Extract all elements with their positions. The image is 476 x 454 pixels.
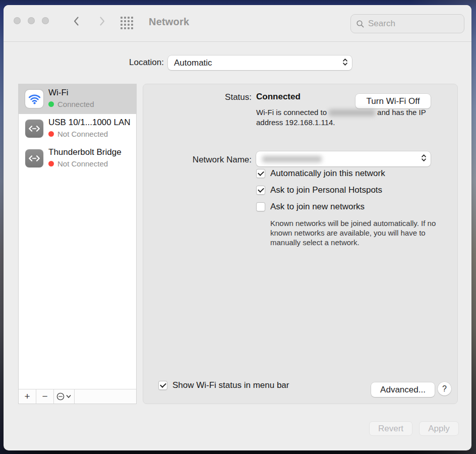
hotspot-checkbox-row: Ask to join Personal Hotspots [256,185,382,195]
service-action-menu-button[interactable] [54,389,75,404]
add-service-button[interactable]: + [19,389,36,404]
service-status: Not Connected [57,159,108,168]
help-button[interactable]: ? [438,382,451,395]
service-row-thunderbolt-bridge[interactable]: Thunderbolt Bridge Not Connected [19,144,136,174]
show-wifi-status-label: Show Wi-Fi status in menu bar [172,380,289,390]
hotspot-label: Ask to join Personal Hotspots [270,185,382,195]
chevron-up-down-icon [342,58,348,68]
known-networks-note: Known networks will be joined automatica… [270,218,451,247]
network-name-label: Network Name: [143,155,252,165]
auto-join-checkbox[interactable] [256,169,265,178]
close-window-button[interactable] [14,17,21,24]
location-popup-value: Automatic [168,58,212,68]
window-title: Network [149,16,189,28]
show-wifi-status-checkbox[interactable] [158,381,167,390]
status-value: Connected [256,92,301,102]
show-wifi-status-row: Show Wi-Fi status in menu bar [158,380,289,390]
forward-button[interactable] [96,16,107,27]
service-list-footer: + − [19,389,136,404]
chevron-right-icon [96,16,107,27]
minimize-window-button[interactable] [28,17,35,24]
status-description: Wi-Fi is connected toand has the IP addr… [256,107,427,127]
status-dot [48,101,54,107]
network-name-popup[interactable] [256,151,431,166]
service-name: Thunderbolt Bridge [48,147,122,157]
search-input[interactable] [368,19,454,29]
remove-service-button[interactable]: − [36,389,54,404]
network-name-blurred-value [262,156,322,162]
location-popup[interactable]: Automatic [168,55,352,70]
status-dot [48,161,54,166]
chevron-up-down-icon [421,154,427,164]
service-name: USB 10/1...1000 LAN [48,118,131,128]
status-dot [48,131,54,137]
advanced-button[interactable]: Advanced... [371,382,435,397]
ethernet-icon [25,149,43,167]
auto-join-label: Automatically join this network [270,168,385,179]
service-name: Wi-Fi [48,88,69,98]
turn-wifi-off-button[interactable]: Turn Wi-Fi Off [355,94,431,108]
hotspot-checkbox[interactable] [256,186,265,195]
chevron-left-icon [71,16,82,27]
network-preferences-window: Network Location: Automatic [4,5,471,450]
service-row-wifi[interactable]: Wi-Fi Connected [19,84,136,114]
zoom-window-button[interactable] [42,17,49,24]
network-name-blurred [329,109,375,116]
status-label: Status: [143,92,252,102]
new-networks-checkbox[interactable] [256,202,265,211]
more-menu-icon [56,392,72,401]
search-field[interactable] [350,14,464,33]
show-all-preferences-icon[interactable] [121,17,134,30]
wifi-icon [25,90,43,108]
new-networks-label: Ask to join new networks [270,202,365,212]
toolbar: Network [4,5,471,42]
auto-join-checkbox-row: Automatically join this network [256,168,385,179]
ethernet-icon [25,120,43,138]
apply-button[interactable]: Apply [419,421,459,436]
location-label: Location: [4,58,164,68]
service-status: Connected [57,100,94,108]
service-row-usb-lan[interactable]: USB 10/1...1000 LAN Not Connected [19,114,136,144]
search-icon [356,20,365,28]
back-button[interactable] [71,16,82,27]
new-networks-checkbox-row: Ask to join new networks [256,202,365,212]
service-status: Not Connected [57,130,108,138]
network-services-list: Wi-Fi Connected USB 10/1...1000 LAN Not … [18,84,137,404]
revert-button[interactable]: Revert [369,421,412,436]
desktop: { "window": { "title": "Network" }, "too… [0,0,476,454]
wifi-detail-panel: Status: Connected Turn Wi-Fi Off Wi-Fi i… [143,84,458,404]
